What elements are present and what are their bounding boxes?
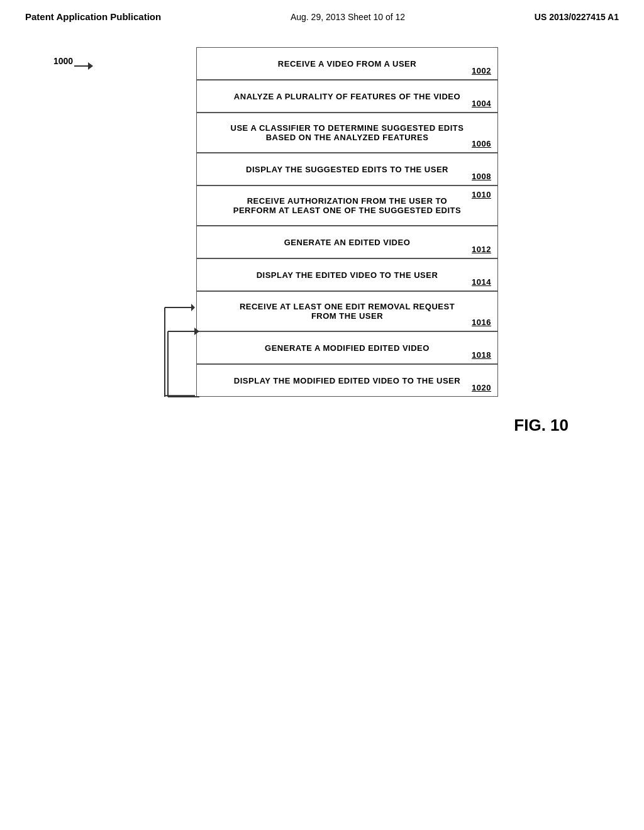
step-1008: DISPLAY THE SUGGESTED EDITS TO THE USER …	[196, 153, 498, 185]
flow-diagram: RECEIVE A VIDEO FROM A USER 1002 ANALYZE…	[88, 47, 606, 397]
step-1020: DISPLAY THE MODIFIED EDITED VIDEO TO THE…	[196, 364, 498, 397]
date-sheet-label: Aug. 29, 2013 Sheet 10 of 12	[291, 12, 405, 22]
step-1012: GENERATE AN EDITED VIDEO 1012	[196, 226, 498, 258]
loop-arrow-svg	[152, 291, 196, 397]
start-label: 1000	[53, 56, 73, 66]
publication-label: Patent Application Publication	[25, 11, 161, 22]
step-1014: DISPLAY THE EDITED VIDEO TO THE USER 101…	[196, 258, 498, 291]
step-1004: ANALYZE A PLURALITY OF FEATURES OF THE V…	[196, 80, 498, 113]
step-1002: RECEIVE A VIDEO FROM A USER 1002	[196, 47, 498, 80]
page-header: Patent Application Publication Aug. 29, …	[0, 0, 644, 28]
loop-section: RECEIVE AT LEAST ONE EDIT REMOVAL REQUES…	[196, 291, 498, 397]
svg-marker-2	[191, 304, 195, 311]
patent-number-label: US 2013/0227415 A1	[535, 12, 619, 22]
step-1010: RECEIVE AUTHORIZATION FROM THE USER TO P…	[196, 185, 498, 226]
diagram-area: 1000 RECEIVE A VIDEO FROM A USER 1002 AN…	[0, 28, 644, 473]
fig-label: FIG. 10	[50, 416, 606, 435]
step-1018: GENERATE A MODIFIED EDITED VIDEO 1018	[196, 331, 498, 364]
step-1006: USE A CLASSIFIER TO DETERMINE SUGGESTED …	[196, 113, 498, 153]
step-1016: RECEIVE AT LEAST ONE EDIT REMOVAL REQUES…	[196, 291, 498, 331]
